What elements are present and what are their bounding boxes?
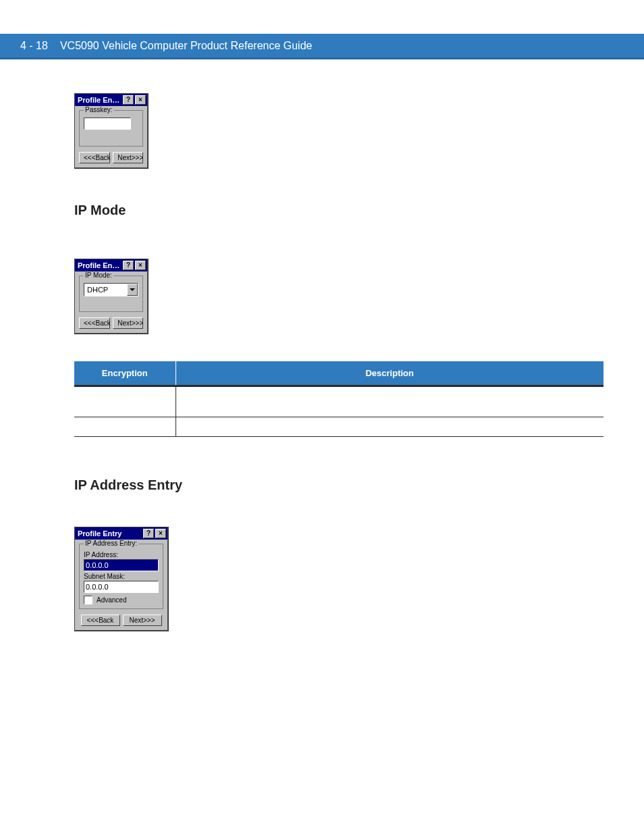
- dialog-title: Profile En…: [78, 261, 123, 269]
- subnet-label: Subnet Mask:: [84, 573, 159, 580]
- page-number: 4 - 18: [20, 40, 48, 52]
- dialog-body: IP Mode: DHCP <<<Back Next>>>: [75, 271, 147, 333]
- back-button[interactable]: <<<Back: [79, 317, 110, 329]
- page-header: 4 - 18 VC5090 Vehicle Computer Product R…: [0, 34, 644, 59]
- close-button[interactable]: ×: [155, 529, 166, 538]
- button-row: <<<Back Next>>>: [79, 317, 143, 329]
- passkey-group: Passkey:: [79, 110, 143, 147]
- close-button[interactable]: ×: [135, 261, 146, 270]
- select-value: DHCP: [84, 286, 127, 294]
- ip-label: IP Address:: [84, 551, 159, 558]
- dialog-titlebar[interactable]: Profile Entry ? ×: [75, 527, 167, 540]
- chevron-down-icon: [127, 284, 138, 296]
- col-description: Description: [176, 361, 603, 386]
- advanced-row[interactable]: Advanced: [84, 596, 159, 604]
- next-button[interactable]: Next>>>: [113, 317, 143, 329]
- cell-description: [176, 386, 603, 417]
- ip-address-heading: IP Address Entry: [74, 477, 603, 493]
- ipaddress-group: IP Address Entry: IP Address: Subnet Mas…: [79, 544, 163, 609]
- ip-input[interactable]: [84, 559, 159, 571]
- group-legend: IP Mode:: [84, 271, 113, 279]
- button-row: <<<Back Next>>>: [79, 615, 163, 626]
- next-button[interactable]: Next>>>: [123, 615, 162, 626]
- help-button[interactable]: ?: [123, 95, 134, 105]
- cell-description: [176, 417, 603, 437]
- passkey-input[interactable]: [84, 118, 131, 130]
- table-row: [74, 417, 603, 437]
- cell-encryption: [74, 417, 176, 437]
- group-legend: IP Address Entry:: [84, 540, 138, 547]
- dialog-title: Profile Entry: [78, 529, 143, 538]
- passkey-dialog: Profile En… ? × Passkey: <<<Back Next>>>: [74, 93, 149, 169]
- dialog-titlebar[interactable]: Profile En… ? ×: [75, 94, 147, 106]
- table-row: [74, 386, 603, 417]
- cell-encryption: [74, 386, 176, 417]
- dialog-body: IP Address Entry: IP Address: Subnet Mas…: [75, 540, 167, 630]
- advanced-checkbox[interactable]: [84, 596, 92, 604]
- ipmode-group: IP Mode: DHCP: [79, 276, 143, 312]
- ipmode-dialog: Profile En… ? × IP Mode: DHCP <<<Back Ne…: [74, 259, 149, 334]
- page-content: Profile En… ? × Passkey: <<<Back Next>>>…: [0, 59, 644, 665]
- ipmode-table: Encryption Description: [74, 361, 603, 437]
- group-legend: Passkey:: [84, 106, 114, 113]
- col-encryption: Encryption: [74, 361, 176, 386]
- button-row: <<<Back Next>>>: [79, 152, 143, 163]
- back-button[interactable]: <<<Back: [79, 152, 110, 163]
- next-button[interactable]: Next>>>: [113, 152, 143, 163]
- ipaddress-dialog: Profile Entry ? × IP Address Entry: IP A…: [74, 527, 169, 631]
- advanced-label: Advanced: [97, 596, 126, 604]
- close-button[interactable]: ×: [135, 95, 146, 105]
- subnet-input[interactable]: [84, 581, 159, 593]
- dialog-titlebar[interactable]: Profile En… ? ×: [75, 259, 147, 271]
- dialog-body: Passkey: <<<Back Next>>>: [75, 106, 147, 167]
- help-button[interactable]: ?: [143, 529, 154, 538]
- dialog-title: Profile En…: [78, 96, 123, 104]
- back-button[interactable]: <<<Back: [81, 615, 120, 626]
- ipmode-select[interactable]: DHCP: [84, 283, 138, 296]
- svg-marker-0: [130, 288, 135, 291]
- ip-mode-heading: IP Mode: [74, 203, 603, 218]
- page-title: VC5090 Vehicle Computer Product Referenc…: [60, 40, 313, 52]
- help-button[interactable]: ?: [123, 261, 134, 270]
